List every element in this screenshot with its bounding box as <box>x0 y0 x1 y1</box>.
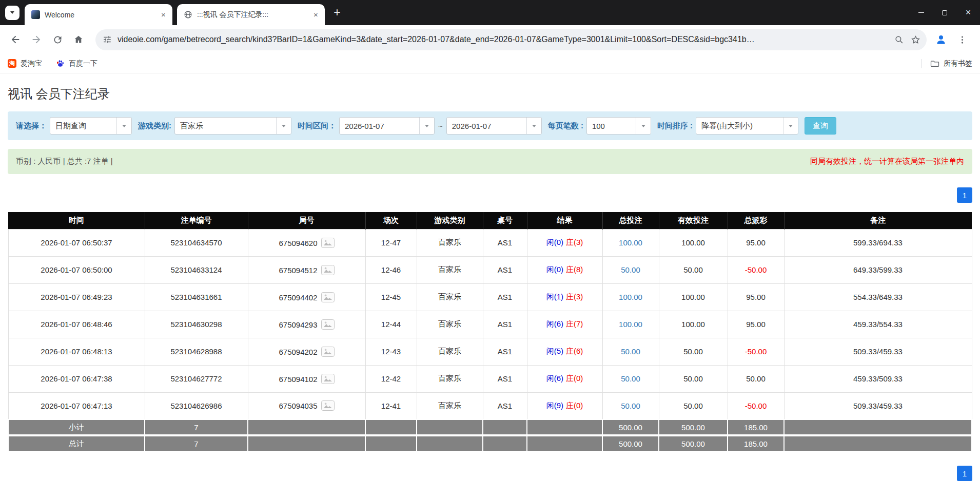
query-type-select[interactable]: 日期查询 <box>50 117 132 135</box>
per-page-label: 每页笔数 : <box>548 121 583 131</box>
pagination-page-1[interactable]: 1 <box>957 466 972 481</box>
round-video-icon[interactable] <box>321 374 335 384</box>
tab-search-button[interactable] <box>5 6 19 20</box>
total-bet-link[interactable]: 50.00 <box>621 347 640 356</box>
summary-bar: 币别 : 人民币 | 总共 :7 注单 | 同局有效投注，统一计算在该局第一张注… <box>8 149 972 174</box>
result-player: 闲(6) <box>546 374 563 383</box>
subtotal-row: 小计 7 500.00 500.00 185.00 <box>8 419 972 435</box>
round-video-icon[interactable] <box>321 319 335 330</box>
baidu-paw-icon <box>56 59 65 68</box>
minimize-button[interactable] <box>909 0 933 25</box>
menu-dots-icon[interactable] <box>953 30 971 49</box>
page-content: 视讯 会员下注纪录 请选择： 日期查询 游戏类别: 百家乐 时间区间： 2026… <box>0 86 980 481</box>
site-settings-icon[interactable] <box>103 35 112 44</box>
date-start-select[interactable]: 2026-01-07 <box>339 117 435 135</box>
cell-round: 675094620 <box>248 229 365 256</box>
cell-time: 2026-01-07 06:48:46 <box>8 311 145 338</box>
cell-note: 459.33/509.33 <box>784 365 972 392</box>
close-icon <box>966 7 971 18</box>
total-bet-link[interactable]: 50.00 <box>621 265 640 274</box>
cell-table-no: AS1 <box>483 283 527 311</box>
cell-total-bet: 100.00 <box>602 229 659 256</box>
address-bar[interactable]: videoie.com/game/betrecord_search/kind3?… <box>95 29 927 50</box>
cell-session: 12-41 <box>365 392 417 419</box>
cell-payout: -50.00 <box>728 256 784 283</box>
pagination-page-1[interactable]: 1 <box>957 187 972 203</box>
game-type-select[interactable]: 百家乐 <box>174 117 291 135</box>
total-bet-link[interactable]: 100.00 <box>619 293 642 301</box>
table-row: 2026-01-07 06:48:13 523104628988 6750942… <box>8 338 972 365</box>
query-type-value: 日期查询 <box>50 118 116 134</box>
round-video-icon[interactable] <box>321 292 335 302</box>
bookmark-taobao[interactable]: 爱淘宝 <box>8 59 42 68</box>
bookmark-star-icon[interactable] <box>907 31 924 48</box>
globe-icon <box>184 10 192 19</box>
cell-bet-id: 523104634570 <box>145 229 248 256</box>
cell-valid-bet: 100.00 <box>659 283 728 311</box>
profile-avatar[interactable] <box>932 30 950 49</box>
total-bet-link[interactable]: 50.00 <box>621 374 640 383</box>
total-total-bet: 500.00 <box>602 435 659 451</box>
cell-total-bet: 50.00 <box>602 256 659 283</box>
cell-payout: 50.00 <box>728 365 784 392</box>
date-end-select[interactable]: 2026-01-07 <box>446 117 542 135</box>
per-page-value: 100 <box>587 118 636 134</box>
tab-title: Welcome <box>45 11 159 19</box>
header-round: 局号 <box>248 212 365 229</box>
cell-result: 闲(0)庄(8) <box>527 256 602 283</box>
round-video-icon[interactable] <box>321 400 335 411</box>
cell-table-no: AS1 <box>483 229 527 256</box>
header-payout: 总派彩 <box>728 212 784 229</box>
subtotal-payout: 185.00 <box>728 419 784 435</box>
cell-result: 闲(6)庄(0) <box>527 365 602 392</box>
chevron-down-icon[interactable] <box>116 118 131 134</box>
tab-bet-record[interactable]: :::视讯 会员下注纪录::: <box>177 4 325 25</box>
round-number: 675094202 <box>279 348 317 356</box>
new-tab-icon[interactable] <box>329 5 345 21</box>
subtotal-valid-bet: 500.00 <box>659 419 728 435</box>
round-video-icon[interactable] <box>321 265 335 275</box>
range-separator: ~ <box>438 122 443 130</box>
cell-total-bet: 50.00 <box>602 365 659 392</box>
per-page-select[interactable]: 100 <box>586 117 651 135</box>
sort-select[interactable]: 降幂(由大到小) <box>696 117 798 135</box>
result-player: 闲(9) <box>546 401 563 410</box>
chevron-down-icon[interactable] <box>276 118 291 134</box>
chevron-down-icon[interactable] <box>419 118 434 134</box>
chevron-down-icon[interactable] <box>783 118 798 134</box>
header-game-type: 游戏类别 <box>417 212 483 229</box>
bookmark-baidu[interactable]: 百度一下 <box>56 59 97 68</box>
round-video-icon[interactable] <box>321 347 335 357</box>
total-bet-link[interactable]: 100.00 <box>619 320 642 329</box>
all-bookmarks[interactable]: 所有书签 <box>922 59 972 68</box>
cell-payout: 95.00 <box>728 311 784 338</box>
maximize-button[interactable] <box>933 0 956 25</box>
tab-welcome[interactable]: Welcome <box>25 4 172 25</box>
zoom-icon[interactable] <box>891 31 907 48</box>
total-bet-link[interactable]: 100.00 <box>619 238 642 247</box>
cell-time: 2026-01-07 06:47:13 <box>8 392 145 419</box>
search-button[interactable]: 查询 <box>805 117 836 135</box>
cell-result: 闲(6)庄(7) <box>527 311 602 338</box>
home-button[interactable] <box>69 30 88 49</box>
cell-bet-id: 523104627772 <box>145 365 248 392</box>
total-bet-link[interactable]: 50.00 <box>621 402 640 410</box>
chevron-down-icon[interactable] <box>636 118 651 134</box>
cell-payout: 95.00 <box>728 229 784 256</box>
close-button[interactable] <box>956 0 980 25</box>
bookmark-label: 百度一下 <box>69 59 97 68</box>
round-video-icon[interactable] <box>321 238 335 248</box>
chevron-down-icon[interactable] <box>526 118 541 134</box>
forward-button[interactable] <box>27 30 46 49</box>
chevron-down-icon <box>10 11 14 14</box>
cell-total-bet: 100.00 <box>602 283 659 311</box>
tab-close-icon[interactable] <box>311 10 321 20</box>
cell-session: 12-47 <box>365 229 417 256</box>
tab-close-icon[interactable] <box>159 10 168 20</box>
refresh-button[interactable] <box>48 30 67 49</box>
back-button[interactable] <box>6 30 25 49</box>
folder-icon <box>930 59 939 68</box>
cell-game-type: 百家乐 <box>417 311 483 338</box>
cell-table-no: AS1 <box>483 256 527 283</box>
date-range-label: 时间区间： <box>298 121 336 131</box>
